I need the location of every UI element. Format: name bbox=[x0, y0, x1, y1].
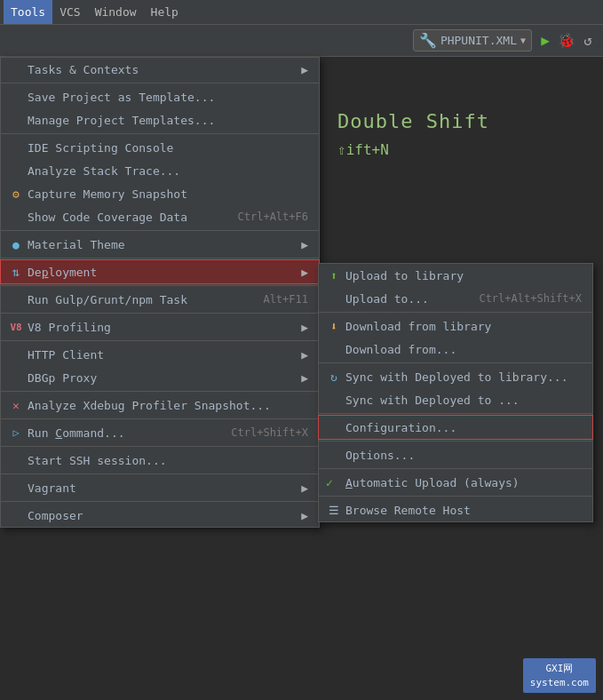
menu-item-dbgp-proxy[interactable]: DBGp Proxy ▶ bbox=[1, 366, 319, 389]
v8-icon: V8 bbox=[8, 319, 24, 335]
menu-item-manage-templates[interactable]: Manage Project Templates... bbox=[1, 108, 319, 131]
menu-item-upload-library[interactable]: ⬆ Upload to library bbox=[319, 264, 592, 287]
menu-window[interactable]: Window bbox=[88, 0, 144, 24]
menu-item-vagrant[interactable]: Vagrant ▶ bbox=[1, 476, 319, 499]
menu-vcs[interactable]: VCS bbox=[52, 0, 87, 24]
deployment-icon: ⇅ bbox=[8, 264, 24, 280]
reload-button[interactable]: ↺ bbox=[580, 33, 596, 49]
menu-item-capture-memory[interactable]: ⚙ Capture Memory Snapshot bbox=[1, 182, 319, 205]
separator bbox=[1, 313, 319, 314]
separator bbox=[1, 391, 319, 392]
separator bbox=[1, 418, 319, 419]
submenu-arrow-icon: ▶ bbox=[301, 509, 308, 522]
menu-item-save-template[interactable]: Save Project as Template... bbox=[1, 85, 319, 108]
toolbar: 🔧 PHPUNIT.XML ▼ ▶ 🐞 ↺ bbox=[0, 25, 603, 57]
separator bbox=[319, 362, 592, 363]
dropdown-arrow-icon: ▼ bbox=[520, 36, 526, 45]
menu-item-show-coverage[interactable]: Show Code Coverage Data Ctrl+Alt+F6 bbox=[1, 205, 319, 228]
editor-hint-line2: ⇧ift+N bbox=[337, 141, 389, 158]
upload-icon: ⬆ bbox=[326, 267, 342, 283]
menu-item-run-gulp[interactable]: Run Gulp/Grunt/npm Task Alt+F11 bbox=[1, 288, 319, 311]
menu-item-options[interactable]: Options... bbox=[319, 443, 592, 466]
separator bbox=[1, 230, 319, 231]
watermark: GXI网 system.com bbox=[523, 658, 596, 693]
menu-item-ide-scripting[interactable]: IDE Scripting Console bbox=[1, 136, 319, 159]
editor-hint-line1: Double Shift bbox=[337, 110, 489, 132]
menu-item-sync-deployed[interactable]: ↻ Sync with Deployed to library... bbox=[319, 365, 592, 388]
circle-icon: ● bbox=[8, 236, 24, 252]
menu-item-auto-upload[interactable]: ✓ Automatic Upload (always) bbox=[319, 471, 592, 494]
menu-item-start-ssh[interactable]: Start SSH session... bbox=[1, 449, 319, 472]
separator bbox=[319, 413, 592, 414]
menu-item-composer[interactable]: Composer ▶ bbox=[1, 504, 319, 527]
menu-item-material-theme[interactable]: ● Material Theme ▶ bbox=[1, 233, 319, 256]
submenu-arrow-icon: ▶ bbox=[301, 238, 308, 251]
submenu-arrow-icon: ▶ bbox=[301, 371, 308, 385]
tools-dropdown: Tasks & Contexts ▶ Save Project as Templ… bbox=[0, 57, 320, 528]
gear-icon: ⚙ bbox=[8, 186, 24, 202]
separator bbox=[1, 258, 319, 259]
separator bbox=[1, 285, 319, 286]
menu-item-tasks-contexts[interactable]: Tasks & Contexts ▶ bbox=[1, 58, 319, 81]
menu-item-analyze-stack[interactable]: Analyze Stack Trace... bbox=[1, 159, 319, 182]
download-icon: ⬇ bbox=[326, 318, 342, 334]
run-config-label: PHPUNIT.XML bbox=[440, 34, 517, 47]
menu-item-download-library[interactable]: ⬇ Download from library bbox=[319, 314, 592, 338]
menu-tools[interactable]: Tools bbox=[4, 0, 52, 24]
checkmark-icon: ✓ bbox=[326, 476, 333, 489]
sync-icon: ↻ bbox=[326, 369, 342, 385]
menu-item-upload-to[interactable]: Upload to... Ctrl+Alt+Shift+X bbox=[319, 287, 592, 310]
menu-item-analyze-xdebug[interactable]: ✕ Analyze Xdebug Profiler Snapshot... bbox=[1, 394, 319, 417]
menu-item-download-from[interactable]: Download from... bbox=[319, 338, 592, 361]
menu-item-browse-remote[interactable]: ☰ Browse Remote Host bbox=[319, 498, 592, 521]
run-config-icon: 🔧 bbox=[419, 32, 437, 49]
main-area: Double Shift ⇧ift+N Tasks & Contexts ▶ S… bbox=[0, 57, 603, 700]
separator bbox=[319, 496, 592, 497]
separator bbox=[1, 340, 319, 341]
run-button[interactable]: ▶ bbox=[537, 33, 553, 49]
debug-button[interactable]: 🐞 bbox=[559, 33, 575, 49]
menu-help[interactable]: Help bbox=[144, 0, 186, 24]
menu-item-v8-profiling[interactable]: V8 V8 Profiling ▶ bbox=[1, 315, 319, 338]
menu-item-http-client[interactable]: HTTP Client ▶ bbox=[1, 343, 319, 366]
x-icon: ✕ bbox=[8, 397, 24, 413]
separator bbox=[319, 312, 592, 313]
menu-item-configuration[interactable]: Configuration... bbox=[319, 416, 592, 439]
run-cmd-icon: ▷ bbox=[8, 425, 24, 441]
menu-item-sync-deployed-to[interactable]: Sync with Deployed to ... bbox=[319, 388, 592, 411]
menu-item-deployment[interactable]: ⇅ Deployment ▶ bbox=[1, 260, 319, 283]
separator bbox=[1, 446, 319, 447]
submenu-arrow-icon: ▶ bbox=[301, 321, 308, 334]
deployment-submenu: ⬆ Upload to library Upload to... Ctrl+Al… bbox=[318, 263, 593, 522]
menubar: Tools VCS Window Help bbox=[0, 0, 603, 25]
submenu-arrow-icon: ▶ bbox=[301, 348, 308, 362]
separator bbox=[1, 501, 319, 502]
separator bbox=[319, 468, 592, 469]
separator bbox=[319, 441, 592, 441]
submenu-arrow-icon: ▶ bbox=[301, 63, 308, 76]
separator bbox=[1, 473, 319, 474]
browse-icon: ☰ bbox=[326, 502, 342, 518]
submenu-arrow-icon: ▶ bbox=[301, 266, 308, 279]
run-config-selector[interactable]: 🔧 PHPUNIT.XML ▼ bbox=[413, 29, 532, 52]
separator bbox=[1, 133, 319, 134]
separator bbox=[1, 83, 319, 84]
menu-item-run-command[interactable]: ▷ Run Command... Ctrl+Shift+X bbox=[1, 421, 319, 444]
submenu-arrow-icon: ▶ bbox=[301, 481, 308, 495]
